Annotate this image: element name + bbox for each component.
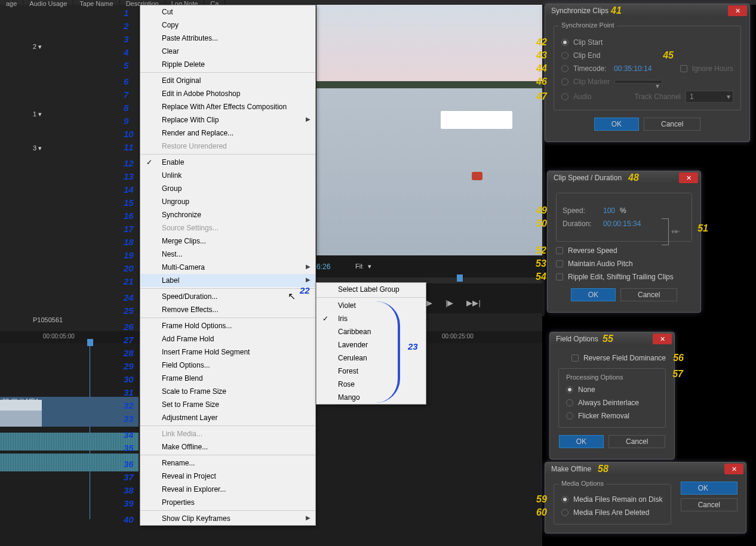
menu-item-ripple-delete[interactable]: 5Ripple Delete [140, 58, 315, 71]
group-label: Media Options [559, 480, 606, 487]
ignore-hours-checkbox[interactable] [680, 65, 687, 72]
radio-option[interactable] [561, 496, 568, 503]
cancel-button[interactable]: Cancel [620, 288, 677, 301]
menu-label: Adjustment Layer [162, 414, 217, 422]
select-dropdown[interactable]: 1 [686, 91, 733, 103]
radio-none[interactable] [566, 386, 573, 393]
menu-item-copy[interactable]: 2Copy [140, 18, 315, 32]
menu-item-source-settings-[interactable]: 17Source Settings... [140, 221, 315, 235]
radio-audio[interactable] [561, 93, 568, 100]
timeline-playhead-icon[interactable] [87, 339, 93, 346]
menu-item-make-offline-[interactable]: 35Make Offline... [140, 440, 315, 454]
play-button[interactable]: ▶ [426, 298, 432, 307]
label-iris[interactable]: ✓Iris [316, 312, 426, 325]
menu-item-restore-unrendered[interactable]: 11Restore Unrendered [140, 140, 315, 153]
annotation-31: 31 [124, 387, 134, 397]
menu-item-field-options-[interactable]: 29Field Options... [140, 359, 315, 372]
menu-item-properties[interactable]: 39Properties [140, 496, 315, 509]
menu-item-edit-original[interactable]: 6Edit Original [140, 74, 315, 87]
audio-clip-1[interactable] [0, 433, 139, 451]
column-header[interactable]: Audio Usage [23, 0, 73, 5]
menu-item-link-media-[interactable]: 34Link Media... [140, 427, 315, 440]
submenu-header[interactable]: 22Select Label Group [316, 283, 426, 296]
label-cerulean[interactable]: Cerulean [316, 351, 426, 365]
close-icon[interactable]: ✕ [679, 172, 698, 183]
menu-item-paste-attributes-[interactable]: 3Paste Attributes... [140, 32, 315, 45]
ok-button[interactable]: OK [571, 288, 616, 301]
menu-item-rename-[interactable]: 36Rename... [140, 456, 315, 470]
menu-item-replace-with-clip[interactable]: 9Replace With Clip▶ [140, 113, 315, 127]
dropdown-1[interactable]: 1 ▾ [33, 110, 42, 118]
checkbox-reverse-speed[interactable] [556, 247, 563, 254]
menu-item-set-to-frame-size[interactable]: 32Set to Frame Size [140, 398, 315, 411]
menu-item-frame-hold-options-[interactable]: 26Frame Hold Options... [140, 319, 315, 332]
duration-value[interactable]: 00:00:15:34 [603, 220, 641, 228]
menu-item-add-frame-hold[interactable]: 27Add Frame Hold [140, 332, 315, 346]
ok-button[interactable]: OK [559, 435, 604, 448]
link-icon[interactable]: ⬰ [671, 226, 680, 236]
menu-item-group[interactable]: 14Group [140, 182, 315, 195]
step-fwd-button[interactable]: |▶ [445, 298, 453, 307]
close-icon[interactable]: ✕ [653, 334, 672, 344]
menu-item-speed-duration-[interactable]: 24Speed/Duration... [140, 290, 315, 303]
menu-item-insert-frame-hold-segment[interactable]: 28Insert Frame Hold Segment [140, 346, 315, 359]
menu-item-remove-effects-[interactable]: 25Remove Effects... [140, 303, 315, 316]
menu-item-frame-blend[interactable]: 30Frame Blend [140, 372, 315, 385]
cancel-button[interactable]: Cancel [681, 498, 737, 511]
menu-item-show-clip-keyframes[interactable]: 40Show Clip Keyframes▶ [140, 512, 315, 525]
reverse-dominance-checkbox[interactable] [571, 354, 579, 362]
menu-item-merge-clips-[interactable]: 18Merge Clips... [140, 235, 315, 248]
menu-item-scale-to-frame-size[interactable]: 31Scale to Frame Size [140, 385, 315, 398]
ok-button[interactable]: OK [681, 482, 737, 495]
menu-item-cut[interactable]: 1Cut [140, 5, 315, 18]
close-icon[interactable]: ✕ [724, 464, 743, 474]
column-header[interactable]: Log Note [165, 0, 205, 5]
timecode-value[interactable]: 00:35:10:14 [614, 64, 651, 73]
menu-item-reveal-in-explorer-[interactable]: 38Reveal in Explorer... [140, 483, 315, 496]
column-header[interactable]: Description [120, 0, 165, 5]
menu-item-synchronize[interactable]: 16Synchronize [140, 208, 315, 221]
menu-item-nest-[interactable]: 19Nest... [140, 248, 315, 261]
dropdown-2[interactable]: 2 ▾ [33, 43, 42, 51]
select-dropdown[interactable] [614, 80, 662, 84]
speed-value[interactable]: 100 [603, 206, 615, 215]
radio-flicker-removal[interactable] [566, 412, 573, 419]
cancel-button[interactable]: Cancel [609, 435, 665, 448]
column-header[interactable]: Tape Name [73, 0, 119, 5]
column-header[interactable]: age [0, 0, 23, 5]
checkbox-ripple-edit-shifting-trailing-clips[interactable] [556, 273, 563, 280]
menu-item-ungroup[interactable]: 15Ungroup [140, 195, 315, 208]
ok-button[interactable]: OK [594, 118, 639, 131]
radio-option[interactable] [561, 509, 568, 516]
audio-clip-2[interactable] [0, 454, 139, 471]
radio-timecode-[interactable] [561, 65, 568, 72]
dropdown-3[interactable]: 3 ▾ [33, 144, 42, 152]
menu-item-adjustment-layer[interactable]: 33Adjustment Layer [140, 411, 315, 424]
cancel-button[interactable]: Cancel [644, 118, 700, 131]
playhead-marker-icon[interactable] [457, 274, 463, 282]
menu-item-edit-in-adobe-photoshop[interactable]: 7Edit in Adobe Photoshop [140, 87, 315, 100]
label-forest[interactable]: Forest [316, 365, 426, 378]
radio-clip-start[interactable] [561, 39, 568, 46]
column-header[interactable]: Ca [204, 0, 225, 5]
checkbox-maintain-audio-pitch[interactable] [556, 260, 563, 267]
label-violet[interactable]: Violet [316, 299, 426, 312]
menu-item-unlink[interactable]: 13Unlink [140, 169, 315, 182]
menu-item-reveal-in-project[interactable]: 37Reveal in Project [140, 470, 315, 483]
menu-item-enable[interactable]: 12✓Enable [140, 156, 315, 169]
menu-item-clear[interactable]: 4Clear [140, 45, 315, 58]
radio-clip-end[interactable] [561, 52, 568, 59]
close-icon[interactable]: ✕ [728, 5, 747, 16]
menu-label: Restore Unrendered [162, 142, 227, 150]
zoom-fit-dropdown[interactable]: Fit ▾ [355, 263, 371, 270]
menu-item-replace-with-after-effects-composition[interactable]: 8Replace With After Effects Composition [140, 100, 315, 113]
label-caribbean[interactable]: Caribbean [316, 325, 426, 338]
label-mango[interactable]: Mango [316, 391, 426, 404]
goto-out-button[interactable]: ▶▶| [466, 298, 480, 307]
radio-clip-marker[interactable] [561, 78, 568, 85]
label-rose[interactable]: Rose [316, 378, 426, 391]
menu-item-render-and-replace-[interactable]: 10Render and Replace... [140, 127, 315, 140]
menu-item-multi-camera[interactable]: 20Multi-Camera▶ [140, 261, 315, 274]
radio-always-deinterlace[interactable] [566, 399, 573, 406]
menu-item-label[interactable]: 21Label▶ [140, 274, 315, 287]
